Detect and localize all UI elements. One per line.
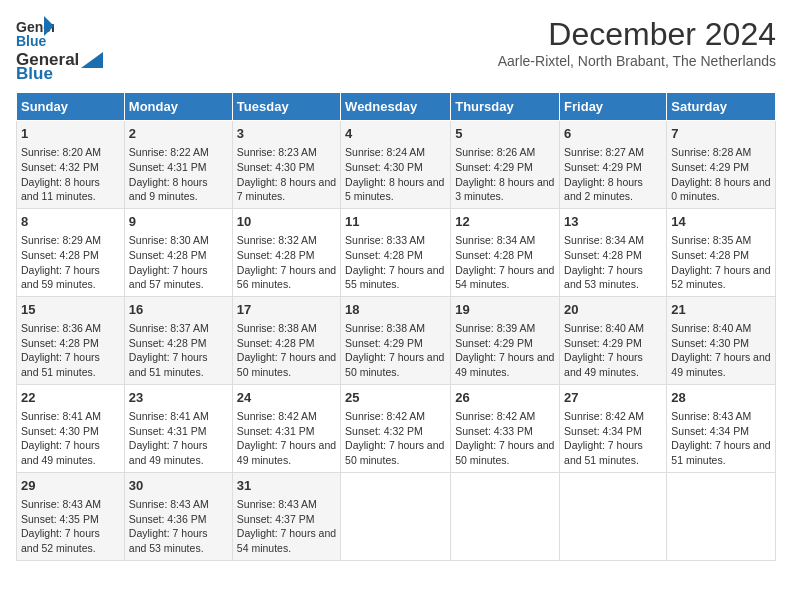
day-number: 15 <box>21 301 120 319</box>
daylight: Daylight: 7 hours and 59 minutes. <box>21 264 100 291</box>
logo-blue: Blue <box>16 64 53 84</box>
day-cell: 16Sunrise: 8:37 AMSunset: 4:28 PMDayligh… <box>124 296 232 384</box>
day-cell: 18Sunrise: 8:38 AMSunset: 4:29 PMDayligh… <box>341 296 451 384</box>
day-cell: 21Sunrise: 8:40 AMSunset: 4:30 PMDayligh… <box>667 296 776 384</box>
header-col-monday: Monday <box>124 93 232 121</box>
calendar-table: SundayMondayTuesdayWednesdayThursdayFrid… <box>16 92 776 561</box>
sunrise: Sunrise: 8:27 AM <box>564 146 644 158</box>
day-number: 19 <box>455 301 555 319</box>
sunset: Sunset: 4:30 PM <box>345 161 423 173</box>
daylight: Daylight: 8 hours and 5 minutes. <box>345 176 444 203</box>
day-number: 29 <box>21 477 120 495</box>
sunset: Sunset: 4:28 PM <box>21 249 99 261</box>
daylight: Daylight: 7 hours and 51 minutes. <box>671 439 770 466</box>
sunrise: Sunrise: 8:33 AM <box>345 234 425 246</box>
sunrise: Sunrise: 8:43 AM <box>129 498 209 510</box>
daylight: Daylight: 7 hours and 53 minutes. <box>564 264 643 291</box>
sunset: Sunset: 4:28 PM <box>455 249 533 261</box>
day-cell: 31Sunrise: 8:43 AMSunset: 4:37 PMDayligh… <box>232 472 340 560</box>
location: Aarle-Rixtel, North Brabant, The Netherl… <box>498 53 776 69</box>
daylight: Daylight: 8 hours and 2 minutes. <box>564 176 643 203</box>
daylight: Daylight: 7 hours and 54 minutes. <box>455 264 554 291</box>
sunset: Sunset: 4:36 PM <box>129 513 207 525</box>
sunset: Sunset: 4:28 PM <box>564 249 642 261</box>
day-cell: 8Sunrise: 8:29 AMSunset: 4:28 PMDaylight… <box>17 208 125 296</box>
daylight: Daylight: 7 hours and 50 minutes. <box>345 351 444 378</box>
day-cell: 26Sunrise: 8:42 AMSunset: 4:33 PMDayligh… <box>451 384 560 472</box>
day-cell: 5Sunrise: 8:26 AMSunset: 4:29 PMDaylight… <box>451 121 560 209</box>
day-number: 1 <box>21 125 120 143</box>
day-number: 31 <box>237 477 336 495</box>
day-number: 14 <box>671 213 771 231</box>
day-cell: 1Sunrise: 8:20 AMSunset: 4:32 PMDaylight… <box>17 121 125 209</box>
sunset: Sunset: 4:29 PM <box>455 337 533 349</box>
daylight: Daylight: 8 hours and 9 minutes. <box>129 176 208 203</box>
daylight: Daylight: 7 hours and 49 minutes. <box>21 439 100 466</box>
day-cell <box>341 472 451 560</box>
day-number: 11 <box>345 213 446 231</box>
calendar-body: 1Sunrise: 8:20 AMSunset: 4:32 PMDaylight… <box>17 121 776 561</box>
sunset: Sunset: 4:35 PM <box>21 513 99 525</box>
daylight: Daylight: 8 hours and 11 minutes. <box>21 176 100 203</box>
header-col-friday: Friday <box>560 93 667 121</box>
day-cell: 11Sunrise: 8:33 AMSunset: 4:28 PMDayligh… <box>341 208 451 296</box>
day-cell <box>560 472 667 560</box>
sunrise: Sunrise: 8:30 AM <box>129 234 209 246</box>
daylight: Daylight: 7 hours and 50 minutes. <box>237 351 336 378</box>
sunrise: Sunrise: 8:29 AM <box>21 234 101 246</box>
daylight: Daylight: 8 hours and 7 minutes. <box>237 176 336 203</box>
logo: General Blue General Blue <box>16 16 105 84</box>
header-col-wednesday: Wednesday <box>341 93 451 121</box>
daylight: Daylight: 7 hours and 57 minutes. <box>129 264 208 291</box>
logo-icon: General Blue <box>16 16 54 48</box>
day-cell: 24Sunrise: 8:42 AMSunset: 4:31 PMDayligh… <box>232 384 340 472</box>
day-number: 4 <box>345 125 446 143</box>
sunrise: Sunrise: 8:37 AM <box>129 322 209 334</box>
day-cell: 6Sunrise: 8:27 AMSunset: 4:29 PMDaylight… <box>560 121 667 209</box>
day-number: 25 <box>345 389 446 407</box>
week-row-3: 15Sunrise: 8:36 AMSunset: 4:28 PMDayligh… <box>17 296 776 384</box>
sunrise: Sunrise: 8:26 AM <box>455 146 535 158</box>
sunset: Sunset: 4:31 PM <box>237 425 315 437</box>
day-number: 21 <box>671 301 771 319</box>
daylight: Daylight: 7 hours and 51 minutes. <box>564 439 643 466</box>
sunrise: Sunrise: 8:42 AM <box>455 410 535 422</box>
title-block: December 2024 Aarle-Rixtel, North Braban… <box>498 16 776 69</box>
daylight: Daylight: 7 hours and 55 minutes. <box>345 264 444 291</box>
day-cell: 9Sunrise: 8:30 AMSunset: 4:28 PMDaylight… <box>124 208 232 296</box>
sunrise: Sunrise: 8:43 AM <box>237 498 317 510</box>
daylight: Daylight: 7 hours and 50 minutes. <box>345 439 444 466</box>
day-cell: 20Sunrise: 8:40 AMSunset: 4:29 PMDayligh… <box>560 296 667 384</box>
sunset: Sunset: 4:31 PM <box>129 161 207 173</box>
day-number: 5 <box>455 125 555 143</box>
day-number: 27 <box>564 389 662 407</box>
day-number: 13 <box>564 213 662 231</box>
day-cell: 14Sunrise: 8:35 AMSunset: 4:28 PMDayligh… <box>667 208 776 296</box>
day-number: 28 <box>671 389 771 407</box>
week-row-4: 22Sunrise: 8:41 AMSunset: 4:30 PMDayligh… <box>17 384 776 472</box>
sunrise: Sunrise: 8:34 AM <box>564 234 644 246</box>
daylight: Daylight: 7 hours and 49 minutes. <box>129 439 208 466</box>
day-cell: 3Sunrise: 8:23 AMSunset: 4:30 PMDaylight… <box>232 121 340 209</box>
sunrise: Sunrise: 8:39 AM <box>455 322 535 334</box>
day-number: 9 <box>129 213 228 231</box>
day-cell: 28Sunrise: 8:43 AMSunset: 4:34 PMDayligh… <box>667 384 776 472</box>
header-col-sunday: Sunday <box>17 93 125 121</box>
daylight: Daylight: 7 hours and 56 minutes. <box>237 264 336 291</box>
sunset: Sunset: 4:29 PM <box>564 161 642 173</box>
header-col-tuesday: Tuesday <box>232 93 340 121</box>
sunset: Sunset: 4:28 PM <box>237 249 315 261</box>
day-number: 30 <box>129 477 228 495</box>
day-number: 22 <box>21 389 120 407</box>
sunset: Sunset: 4:29 PM <box>671 161 749 173</box>
day-cell: 23Sunrise: 8:41 AMSunset: 4:31 PMDayligh… <box>124 384 232 472</box>
sunrise: Sunrise: 8:41 AM <box>129 410 209 422</box>
sunrise: Sunrise: 8:20 AM <box>21 146 101 158</box>
sunset: Sunset: 4:28 PM <box>129 337 207 349</box>
sunset: Sunset: 4:34 PM <box>564 425 642 437</box>
day-number: 8 <box>21 213 120 231</box>
day-number: 2 <box>129 125 228 143</box>
day-number: 3 <box>237 125 336 143</box>
day-cell: 19Sunrise: 8:39 AMSunset: 4:29 PMDayligh… <box>451 296 560 384</box>
day-cell: 13Sunrise: 8:34 AMSunset: 4:28 PMDayligh… <box>560 208 667 296</box>
